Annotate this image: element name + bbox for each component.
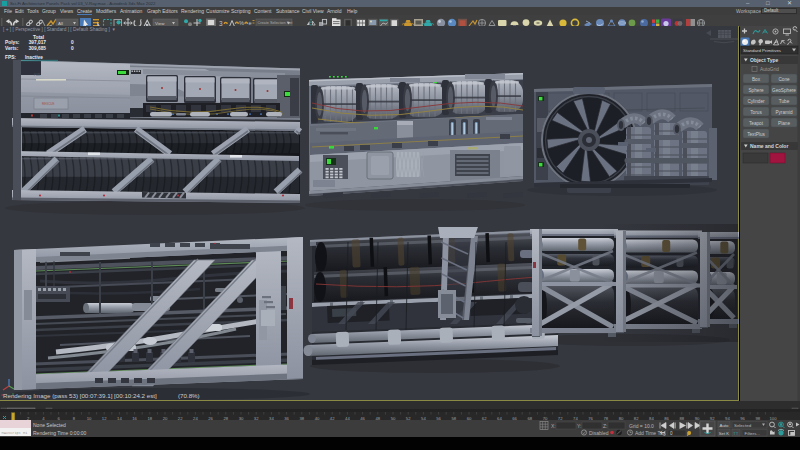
svg-text:Torus: Torus (750, 110, 762, 115)
svg-text:Y:: Y: (577, 423, 581, 429)
svg-text:FXR: FXR (34, 73, 41, 77)
svg-text:Cylinder: Cylinder (747, 99, 765, 104)
svg-text:Set K: Set K (719, 431, 729, 436)
svg-text:TT: TT (733, 431, 739, 436)
svg-text:Selected: Selected (734, 423, 752, 428)
svg-text:Auto: Auto (720, 423, 730, 428)
svg-text:Disabled: Disabled (589, 430, 609, 436)
svg-text:Filters...: Filters... (745, 431, 761, 436)
svg-text:Box: Box (752, 77, 761, 82)
svg-text:RESCUE: RESCUE (42, 102, 55, 106)
svg-text:X:: X: (551, 423, 556, 429)
svg-text:Teapot: Teapot (749, 121, 764, 126)
svg-text:Plane: Plane (778, 121, 790, 126)
svg-text:Sphere: Sphere (748, 88, 764, 93)
svg-text:Rendering Time 0:00:00: Rendering Time 0:00:00 (33, 430, 87, 436)
svg-text:None Selected: None Selected (33, 422, 66, 428)
svg-text:Standard Primitives: Standard Primitives (743, 48, 782, 53)
svg-text:Cone: Cone (778, 77, 790, 82)
svg-text:Pyramid: Pyramid (775, 110, 793, 115)
svg-text:Name and Color: Name and Color (750, 143, 788, 149)
svg-text:TextPlus: TextPlus (747, 132, 765, 137)
svg-text:Z:: Z: (603, 423, 607, 429)
svg-text:GeoSphere: GeoSphere (772, 88, 796, 93)
svg-text:AutoGrid: AutoGrid (760, 67, 779, 72)
svg-text:MAXScript Mi: MAXScript Mi (2, 431, 28, 435)
svg-text:Object Type: Object Type (750, 57, 778, 63)
svg-text:Tube: Tube (779, 99, 790, 104)
svg-text:Grid = 10.0: Grid = 10.0 (629, 423, 654, 429)
